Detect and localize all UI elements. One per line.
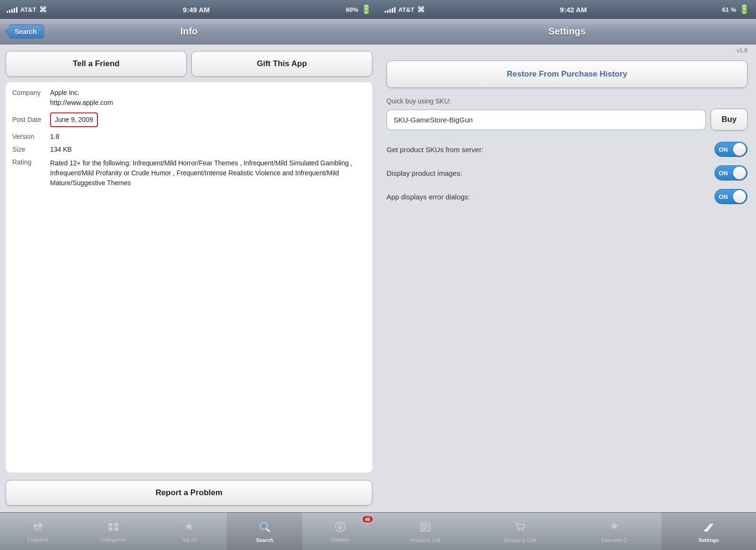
signal-bar-1 <box>7 11 8 13</box>
svg-rect-24 <box>704 529 707 532</box>
wifi-icon-right: ⌘ <box>417 5 425 14</box>
settings-icon <box>702 520 715 535</box>
tab-products-list[interactable]: Products List <box>378 513 472 550</box>
svg-rect-3 <box>109 523 112 526</box>
top25-icon <box>183 521 195 535</box>
signal-bars-icon <box>7 6 17 13</box>
status-bar-right: AT&T ⌘ 9:42 AM 61 % 🔋 <box>378 0 756 19</box>
svg-rect-16 <box>422 524 428 525</box>
tab-top25[interactable]: Top 25 <box>151 513 227 550</box>
gift-app-button[interactable]: Gift This App <box>191 51 372 77</box>
time-right: 9:42 AM <box>560 6 587 14</box>
right-phone: AT&T ⌘ 9:42 AM 61 % 🔋 Settings v1.8 Rest… <box>378 0 756 550</box>
company-row: Company Apple Inc. http://www.apple.com <box>12 88 366 108</box>
info-table: Company Apple Inc. http://www.apple.com … <box>6 82 372 473</box>
svg-point-19 <box>518 529 520 531</box>
version-value: 1.8 <box>50 132 366 142</box>
toggle-row-display-images: Display product images: ON <box>387 165 747 180</box>
signal-bar-r4 <box>392 8 393 13</box>
toggle-knob-error-dialogs <box>733 190 746 203</box>
toggle-switch-get-skus[interactable]: ON <box>714 142 747 157</box>
action-buttons-row: Tell a Friend Gift This App <box>6 51 372 77</box>
left-phone: AT&T ⌘ 9:49 AM 60% 🔋 Search Info Tell a … <box>0 0 378 550</box>
tab-categories[interactable]: Categories <box>76 513 151 550</box>
rating-label: Rating <box>12 158 50 166</box>
tab-shopping-cart[interactable]: Shopping Cart <box>472 513 567 550</box>
tab-payment-q-label: Payment Q <box>601 537 627 543</box>
tab-updates-label: Updates <box>331 537 350 542</box>
back-button-left[interactable]: Search <box>5 25 44 39</box>
nav-title-right: Settings <box>549 26 586 37</box>
toggle-on-label-display-images: ON <box>719 170 728 177</box>
tab-updates[interactable]: 46 Updates <box>302 513 378 550</box>
signal-bar-r3 <box>389 9 391 13</box>
buy-button[interactable]: Buy <box>711 109 747 130</box>
categories-icon <box>107 521 120 535</box>
sku-label: Quick buy using SKU: <box>387 97 747 105</box>
tab-settings-label: Settings <box>698 537 719 543</box>
svg-marker-21 <box>610 522 619 530</box>
tab-featured-label: Featured <box>27 537 48 542</box>
sku-input[interactable] <box>387 110 706 130</box>
payment-q-icon <box>608 520 621 535</box>
carrier-right: AT&T <box>398 6 414 13</box>
sku-section: Quick buy using SKU: Buy <box>387 97 747 130</box>
signal-bars-right-icon <box>385 6 395 13</box>
status-right-right: 61 % 🔋 <box>722 4 749 15</box>
featured-icon <box>32 521 44 535</box>
svg-rect-0 <box>34 524 37 527</box>
nav-bar-right: Settings <box>378 19 756 44</box>
toggle-label-error-dialogs: App displays error dialogs: <box>387 193 470 201</box>
wifi-icon-left: ⌘ <box>39 5 47 14</box>
post-date-value: June 9, 2009 <box>50 112 98 127</box>
toggle-section: Get product SKUs from server: ON Display… <box>387 142 747 204</box>
toggle-on-label-error-dialogs: ON <box>719 193 728 200</box>
status-left: AT&T ⌘ <box>7 5 47 14</box>
post-date-value-wrapper: June 9, 2009 <box>50 111 366 129</box>
tab-settings[interactable]: Settings <box>662 513 756 550</box>
tab-search[interactable]: Search <box>227 513 302 550</box>
signal-bar-r1 <box>385 11 386 13</box>
version-label: v1.8 <box>737 47 747 54</box>
signal-bar-5 <box>16 7 17 13</box>
svg-point-10 <box>260 523 267 529</box>
signal-bar-4 <box>14 8 15 13</box>
tab-payment-q[interactable]: Payment Q <box>567 513 662 550</box>
settings-content: v1.8 Restore From Purchase History Quick… <box>378 44 756 512</box>
signal-bar-r2 <box>387 10 388 13</box>
signal-bar-3 <box>11 9 13 13</box>
status-left-right: AT&T ⌘ <box>385 5 425 14</box>
toggle-label-get-skus: Get product SKUs from server: <box>387 146 483 154</box>
tab-top25-label: Top 25 <box>181 537 197 542</box>
rating-value: Rated 12+ for the following: Infrequent/… <box>50 158 366 188</box>
restore-purchase-button[interactable]: Restore From Purchase History <box>387 60 747 88</box>
toggle-switch-error-dialogs[interactable]: ON <box>714 189 747 204</box>
tab-categories-label: Categories <box>101 537 126 542</box>
svg-line-9 <box>266 528 269 532</box>
size-row: Size 134 KB <box>12 145 366 155</box>
post-date-row: Post Date June 9, 2009 <box>12 111 366 129</box>
tab-bar-left: Featured Categories Top 25 <box>0 512 378 550</box>
search-icon <box>258 520 271 535</box>
svg-point-20 <box>522 529 524 531</box>
tab-featured[interactable]: Featured <box>0 513 76 550</box>
svg-rect-5 <box>109 527 112 531</box>
toggle-knob-get-skus <box>733 143 746 156</box>
battery-icon-right: 🔋 <box>739 4 749 15</box>
toggle-switch-display-images[interactable]: ON <box>714 165 747 180</box>
tell-friend-button[interactable]: Tell a Friend <box>6 51 187 77</box>
company-name: Apple Inc. <box>50 88 366 98</box>
svg-marker-7 <box>185 522 194 530</box>
tab-bar-right: Products List Shopping Cart Payment Q <box>378 512 756 550</box>
shopping-cart-icon <box>513 520 526 535</box>
toggle-row-error-dialogs: App displays error dialogs: ON <box>387 189 747 204</box>
tab-search-label: Search <box>256 537 274 543</box>
company-url: http://www.apple.com <box>50 98 366 108</box>
report-problem-button[interactable]: Report a Problem <box>6 480 372 506</box>
company-value: Apple Inc. http://www.apple.com <box>50 88 366 108</box>
status-right-left: 60% 🔋 <box>346 4 371 15</box>
size-value: 134 KB <box>50 145 366 155</box>
company-label: Company <box>12 88 50 98</box>
svg-rect-18 <box>422 528 426 529</box>
tab-products-list-label: Products List <box>410 537 440 543</box>
